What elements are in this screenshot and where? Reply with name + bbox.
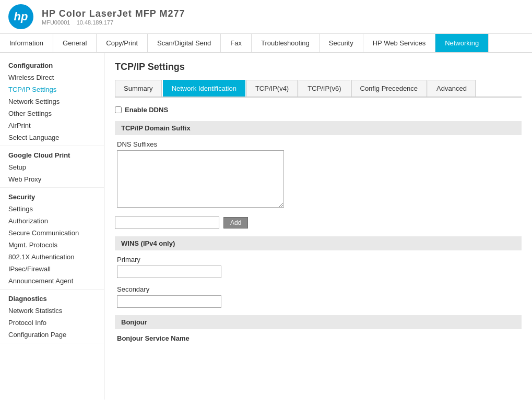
tab-config-precedence[interactable]: Config Precedence	[351, 80, 427, 97]
dns-suffixes-label: DNS Suffixes	[117, 140, 519, 148]
nav-item-general[interactable]: General	[53, 34, 97, 52]
header: hp HP Color LaserJet MFP M277 MFU00001 1…	[0, 0, 532, 34]
sidebar-section-configuration: Configuration	[0, 58, 104, 71]
dns-suffixes-textarea[interactable]	[117, 150, 284, 208]
sidebar-item-network-statistics[interactable]: Network Statistics	[0, 305, 104, 317]
enable-ddns-checkbox[interactable]	[115, 106, 122, 113]
tab-advanced[interactable]: Advanced	[428, 80, 476, 97]
nav-item-scan-digital-send[interactable]: Scan/Digital Send	[148, 34, 221, 52]
sidebar-section-google-cloud-print: Google Cloud Print	[0, 148, 104, 161]
sidebar-item-web-proxy[interactable]: Web Proxy	[0, 173, 104, 185]
sidebar-item-airprint[interactable]: AirPrint	[0, 119, 104, 131]
add-row: Add	[115, 216, 522, 229]
wins-secondary-group: Secondary	[115, 285, 522, 308]
wins-secondary-input[interactable]	[117, 295, 221, 308]
sidebar-item-select-language[interactable]: Select Language	[0, 131, 104, 143]
bonjour-section: Bonjour	[115, 315, 522, 329]
sidebar-divider	[0, 289, 104, 290]
wins-primary-input[interactable]	[117, 266, 221, 278]
device-model: MFU00001	[42, 19, 70, 26]
add-suffix-input[interactable]	[115, 216, 219, 229]
header-info: HP Color LaserJet MFP M277 MFU00001 10.4…	[42, 8, 185, 26]
sidebar-item-settings[interactable]: Settings	[0, 203, 104, 215]
sidebar-item-mgmt-protocols[interactable]: Mgmt. Protocols	[0, 239, 104, 251]
navbar: InformationGeneralCopy/PrintScan/Digital…	[0, 34, 532, 53]
hp-logo: hp	[8, 4, 33, 29]
sidebar-divider	[0, 187, 104, 188]
sidebar: ConfigurationWireless DirectTCP/IP Setti…	[0, 53, 104, 400]
sidebar-item-ipsec-firewall[interactable]: IPsec/Firewall	[0, 263, 104, 275]
sidebar-divider	[0, 343, 104, 343]
wins-primary-group: Primary	[115, 256, 522, 278]
sidebar-item-tcpip-settings[interactable]: TCP/IP Settings	[0, 83, 104, 95]
tab-summary[interactable]: Summary	[115, 80, 162, 97]
sidebar-item-protocol-info[interactable]: Protocol Info	[0, 317, 104, 329]
wins-section: WINS (IPv4 only)	[115, 236, 522, 250]
enable-ddns-label[interactable]: Enable DDNS	[125, 106, 168, 114]
sidebar-section-diagnostics: Diagnostics	[0, 292, 104, 305]
sidebar-item-other-settings[interactable]: Other Settings	[0, 107, 104, 119]
nav-item-copy-print[interactable]: Copy/Print	[97, 34, 148, 52]
sidebar-item-configuration-page[interactable]: Configuration Page	[0, 329, 104, 341]
sidebar-item-wireless-direct[interactable]: Wireless Direct	[0, 71, 104, 83]
layout: ConfigurationWireless DirectTCP/IP Setti…	[0, 53, 532, 400]
bonjour-service-name-label: Bonjour Service Name	[117, 334, 519, 342]
sidebar-divider	[0, 146, 104, 146]
device-details: MFU00001 10.48.189.177	[42, 19, 185, 26]
sidebar-item-authorization[interactable]: Authorization	[0, 215, 104, 227]
nav-item-security[interactable]: Security	[320, 34, 363, 52]
nav-item-information[interactable]: Information	[0, 34, 53, 52]
sidebar-item-network-settings[interactable]: Network Settings	[0, 95, 104, 107]
enable-ddns-row: Enable DDNS	[115, 106, 522, 114]
nav-item-networking[interactable]: Networking	[435, 34, 489, 52]
sidebar-item-setup[interactable]: Setup	[0, 161, 104, 173]
logo-text: hp	[14, 10, 28, 23]
tabs: SummaryNetwork IdentificationTCP/IP(v4)T…	[115, 80, 522, 98]
page-title: TCP/IP Settings	[115, 62, 522, 73]
tcpip-domain-suffix-section: TCP/IP Domain Suffix	[115, 121, 522, 135]
nav-item-troubleshooting[interactable]: Troubleshooting	[252, 34, 320, 52]
device-ip: 10.48.189.177	[77, 19, 113, 26]
device-name: HP Color LaserJet MFP M277	[42, 8, 185, 19]
sidebar-item-announcement-agent[interactable]: Announcement Agent	[0, 275, 104, 287]
sidebar-item-8021x-auth[interactable]: 802.1X Authentication	[0, 251, 104, 263]
tab-tcpip-v6[interactable]: TCP/IP(v6)	[299, 80, 350, 97]
nav-item-fax[interactable]: Fax	[221, 34, 252, 52]
add-button[interactable]: Add	[223, 217, 248, 228]
sidebar-section-security: Security	[0, 190, 104, 203]
tab-tcpip-v4[interactable]: TCP/IP(v4)	[246, 80, 298, 97]
bonjour-service-name-group: Bonjour Service Name	[115, 334, 522, 342]
main-content: TCP/IP Settings SummaryNetwork Identific…	[104, 53, 532, 400]
wins-primary-label: Primary	[117, 256, 519, 263]
nav-item-hp-web-services[interactable]: HP Web Services	[363, 34, 435, 52]
sidebar-item-secure-communication[interactable]: Secure Communication	[0, 227, 104, 239]
dns-suffixes-group: DNS Suffixes	[115, 140, 522, 209]
wins-secondary-label: Secondary	[117, 285, 519, 293]
tab-network-identification[interactable]: Network Identification	[163, 80, 245, 97]
